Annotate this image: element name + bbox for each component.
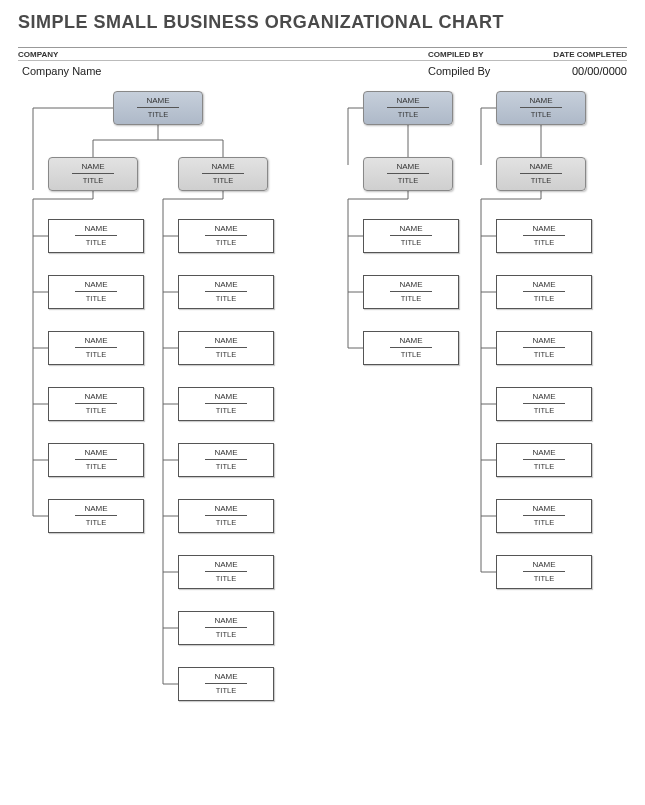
node-title: TITLE	[497, 350, 591, 359]
node-title: TITLE	[364, 176, 452, 185]
node-name: NAME	[179, 336, 273, 346]
node-title: TITLE	[179, 630, 273, 639]
node-name: NAME	[179, 560, 273, 570]
org-node-leaf-1a-4: NAMETITLE	[48, 387, 144, 421]
org-node-leaf-3-7: NAMETITLE	[496, 555, 592, 589]
org-node-leaf-3-6: NAMETITLE	[496, 499, 592, 533]
node-title: TITLE	[497, 518, 591, 527]
org-node-leaf-3-2: NAMETITLE	[496, 275, 592, 309]
node-name: NAME	[179, 616, 273, 626]
org-node-leaf-1b-5: NAMETITLE	[178, 443, 274, 477]
header-values: Company Name Compiled By 00/00/0000	[18, 61, 627, 85]
node-title: TITLE	[497, 294, 591, 303]
node-title: TITLE	[179, 176, 267, 185]
node-name: NAME	[49, 448, 143, 458]
node-title: TITLE	[49, 518, 143, 527]
org-node-leaf-2-2: NAMETITLE	[363, 275, 459, 309]
node-name: NAME	[364, 336, 458, 346]
label-date-completed: DATE COMPLETED	[543, 50, 627, 59]
org-node-leaf-1a-1: NAMETITLE	[48, 219, 144, 253]
org-node-leaf-1b-7: NAMETITLE	[178, 555, 274, 589]
node-title: TITLE	[114, 110, 202, 119]
node-title: TITLE	[497, 406, 591, 415]
node-title: TITLE	[179, 238, 273, 247]
org-node-leaf-1b-8: NAMETITLE	[178, 611, 274, 645]
node-name: NAME	[49, 162, 137, 172]
org-node-mid-2: NAMETITLE	[363, 157, 453, 191]
node-title: TITLE	[49, 294, 143, 303]
org-node-leaf-2-1: NAMETITLE	[363, 219, 459, 253]
node-name: NAME	[179, 224, 273, 234]
node-title: TITLE	[179, 574, 273, 583]
org-node-leaf-1b-1: NAMETITLE	[178, 219, 274, 253]
node-title: TITLE	[49, 462, 143, 471]
node-title: TITLE	[49, 176, 137, 185]
node-name: NAME	[114, 96, 202, 106]
org-node-leaf-1a-6: NAMETITLE	[48, 499, 144, 533]
node-name: NAME	[179, 448, 273, 458]
node-title: TITLE	[497, 176, 585, 185]
node-name: NAME	[497, 224, 591, 234]
node-title: TITLE	[179, 518, 273, 527]
org-chart: NAMETITLENAMETITLENAMETITLENAMETITLENAME…	[18, 85, 627, 765]
node-title: TITLE	[497, 462, 591, 471]
node-title: TITLE	[179, 350, 273, 359]
label-compiled-by: COMPILED BY	[428, 50, 543, 59]
org-node-leaf-3-5: NAMETITLE	[496, 443, 592, 477]
node-name: NAME	[497, 560, 591, 570]
node-title: TITLE	[364, 238, 458, 247]
node-name: NAME	[497, 504, 591, 514]
org-node-mid-1-2: NAMETITLE	[178, 157, 268, 191]
org-node-top-3: NAMETITLE	[496, 91, 586, 125]
label-company: COMPANY	[18, 50, 428, 59]
org-node-leaf-1b-3: NAMETITLE	[178, 331, 274, 365]
node-name: NAME	[49, 336, 143, 346]
node-title: TITLE	[497, 238, 591, 247]
org-node-top-1: NAMETITLE	[113, 91, 203, 125]
org-node-leaf-1a-3: NAMETITLE	[48, 331, 144, 365]
node-name: NAME	[179, 392, 273, 402]
node-name: NAME	[179, 504, 273, 514]
node-title: TITLE	[364, 294, 458, 303]
org-node-leaf-1a-5: NAMETITLE	[48, 443, 144, 477]
node-title: TITLE	[497, 110, 585, 119]
org-node-leaf-2-3: NAMETITLE	[363, 331, 459, 365]
org-node-leaf-3-3: NAMETITLE	[496, 331, 592, 365]
header-labels: COMPANY COMPILED BY DATE COMPLETED	[18, 47, 627, 61]
node-title: TITLE	[179, 462, 273, 471]
org-node-leaf-1b-2: NAMETITLE	[178, 275, 274, 309]
node-name: NAME	[497, 280, 591, 290]
node-title: TITLE	[179, 406, 273, 415]
value-company: Company Name	[18, 65, 428, 77]
org-node-leaf-3-1: NAMETITLE	[496, 219, 592, 253]
node-title: TITLE	[364, 350, 458, 359]
org-node-leaf-1a-2: NAMETITLE	[48, 275, 144, 309]
org-node-mid-3: NAMETITLE	[496, 157, 586, 191]
org-node-leaf-1b-6: NAMETITLE	[178, 499, 274, 533]
node-name: NAME	[497, 336, 591, 346]
node-name: NAME	[179, 162, 267, 172]
org-node-leaf-1b-4: NAMETITLE	[178, 387, 274, 421]
org-node-leaf-1b-9: NAMETITLE	[178, 667, 274, 701]
node-title: TITLE	[179, 294, 273, 303]
node-name: NAME	[49, 280, 143, 290]
node-name: NAME	[497, 448, 591, 458]
page-title: SIMPLE SMALL BUSINESS ORGANIZATIONAL CHA…	[18, 12, 627, 33]
org-node-mid-1-1: NAMETITLE	[48, 157, 138, 191]
node-title: TITLE	[49, 238, 143, 247]
node-name: NAME	[49, 392, 143, 402]
node-title: TITLE	[49, 350, 143, 359]
node-title: TITLE	[497, 574, 591, 583]
node-title: TITLE	[49, 406, 143, 415]
node-name: NAME	[49, 224, 143, 234]
node-name: NAME	[364, 224, 458, 234]
org-node-leaf-3-4: NAMETITLE	[496, 387, 592, 421]
node-name: NAME	[179, 280, 273, 290]
node-name: NAME	[364, 96, 452, 106]
node-name: NAME	[497, 162, 585, 172]
value-date-completed: 00/00/0000	[543, 65, 627, 77]
node-name: NAME	[497, 392, 591, 402]
node-name: NAME	[49, 504, 143, 514]
node-name: NAME	[497, 96, 585, 106]
node-name: NAME	[179, 672, 273, 682]
